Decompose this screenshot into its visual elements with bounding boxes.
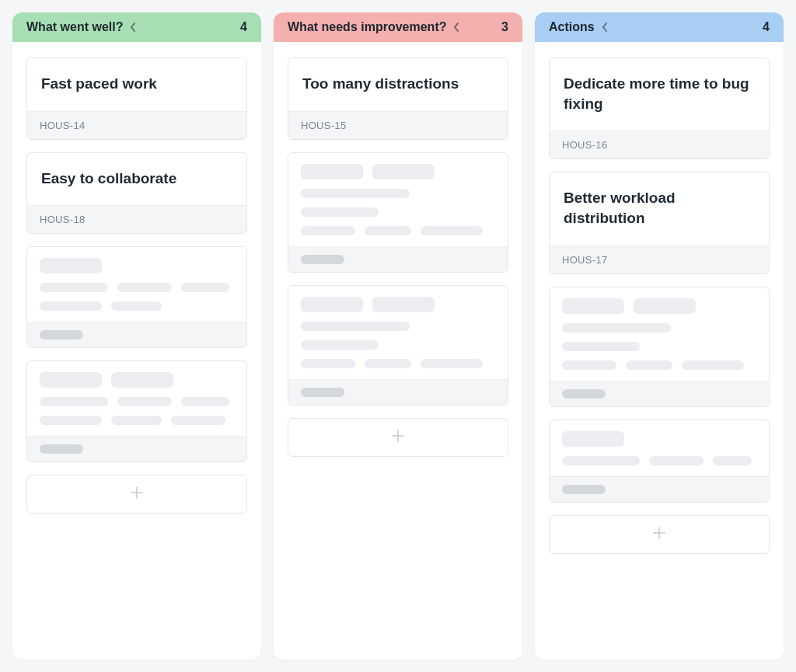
column-header[interactable]: What went well?4 [12,12,261,42]
placeholder-pill [40,330,83,339]
placeholder-bar [682,360,744,370]
placeholder-bar [301,359,355,368]
placeholder-card [288,285,508,406]
placeholder-bar [372,297,435,312]
placeholder-card [549,420,770,503]
placeholder-bar [301,207,379,217]
placeholder-bar [365,226,411,235]
column-header[interactable]: What needs improvement?3 [274,12,522,42]
card[interactable]: Fast paced workHOUS-14 [26,57,247,140]
card[interactable]: Dedicate more time to bug fixingHOUS-16 [549,57,770,159]
placeholder-bar [365,359,411,368]
card-title: Dedicate more time to bug fixing [564,74,755,113]
column-actions: Actions4Dedicate more time to bug fixing… [535,12,784,660]
retro-board: What went well?4Fast paced workHOUS-14Ea… [0,0,796,672]
placeholder-pill [301,255,344,264]
placeholder-card [549,287,770,407]
placeholder-bar [181,397,229,406]
placeholder-bar [562,456,640,465]
column-body: Dedicate more time to bug fixingHOUS-16B… [535,42,784,569]
add-card-button[interactable] [26,475,247,514]
placeholder-bar [181,283,229,292]
column-body: Too many distractionsHOUS-15 [274,42,522,472]
placeholder-bar [111,416,162,425]
placeholder-footer [288,246,508,272]
placeholder-bar [111,372,173,388]
placeholder-bar [634,298,696,314]
card-title: Fast paced work [41,74,232,94]
placeholder-footer [27,436,246,461]
chevron-left-icon[interactable] [452,22,460,33]
column-count: 4 [763,20,770,34]
placeholder-bar [562,431,624,447]
placeholder-bar [117,397,172,406]
placeholder-bar [372,164,435,179]
placeholder-bar [301,340,379,350]
placeholder-bar [40,283,108,292]
placeholder-bar [40,372,102,388]
placeholder-card [26,360,247,462]
placeholder-bar [301,322,410,331]
card[interactable]: Easy to collaborateHOUS-18 [26,152,247,235]
add-card-button[interactable] [549,515,770,554]
column-went-well: What went well?4Fast paced workHOUS-14Ea… [12,12,261,660]
placeholder-bar [562,342,640,351]
placeholder-pill [40,444,83,454]
column-title: What needs improvement? [288,20,446,34]
placeholder-bar [562,323,671,333]
placeholder-pill [562,389,606,399]
card[interactable]: Better workload distributionHOUS-17 [549,172,770,273]
card-key: HOUS-17 [550,245,769,273]
placeholder-bar [713,456,752,465]
chevron-left-icon[interactable] [129,22,137,33]
column-count: 3 [501,20,508,34]
placeholder-bar [562,360,616,370]
plus-icon [129,485,145,503]
placeholder-bar [40,416,102,425]
placeholder-bar [301,226,355,235]
placeholder-bar [40,301,102,311]
placeholder-footer [27,322,246,347]
card-key: HOUS-16 [550,131,769,158]
placeholder-bar [111,301,162,311]
placeholder-bar [301,189,410,198]
placeholder-bar [301,297,363,312]
placeholder-bar [301,164,363,179]
placeholder-bar [117,283,172,292]
column-header[interactable]: Actions4 [535,12,784,42]
card-title: Easy to collaborate [41,169,232,189]
plus-icon [390,428,406,447]
card-key: HOUS-14 [27,111,246,139]
placeholder-card [26,246,247,348]
placeholder-card [288,152,508,273]
column-count: 4 [240,20,247,34]
column-title: Actions [549,20,595,34]
placeholder-pill [562,485,606,494]
column-title: What went well? [26,20,123,34]
column-body: Fast paced workHOUS-14Easy to collaborat… [12,42,261,529]
placeholder-bar [626,360,672,370]
placeholder-bar [421,359,483,368]
plus-icon [651,525,667,544]
placeholder-bar [40,397,108,406]
placeholder-footer [550,476,769,502]
card-key: HOUS-15 [288,111,508,139]
card-title: Too many distractions [302,74,494,94]
placeholder-bar [40,258,102,273]
add-card-button[interactable] [288,418,508,457]
card-title: Better workload distribution [564,188,755,228]
placeholder-footer [550,381,769,406]
placeholder-bar [562,298,624,314]
placeholder-bar [171,416,225,425]
placeholder-footer [288,379,508,405]
placeholder-bar [649,456,703,465]
placeholder-bar [421,226,483,235]
placeholder-pill [301,388,344,397]
column-improvement: What needs improvement?3Too many distrac… [274,12,522,660]
card-key: HOUS-18 [27,205,246,233]
card[interactable]: Too many distractionsHOUS-15 [288,57,508,140]
chevron-left-icon[interactable] [601,22,609,33]
